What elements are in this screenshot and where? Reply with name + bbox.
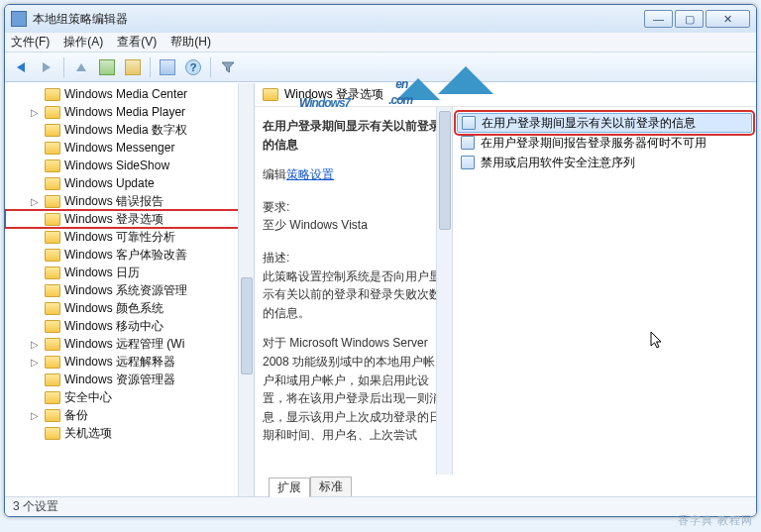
tree-item-label: Windows Media Center (64, 87, 187, 101)
requirement-value: 至少 Windows Vista (263, 216, 444, 235)
toolbar-separator (150, 57, 151, 77)
filter-button[interactable] (216, 55, 240, 79)
app-window: 本地组策略编辑器 — ▢ ✕ 文件(F) 操作(A) 查看(V) 帮助(H) ?… (4, 4, 757, 517)
folder-icon (45, 338, 60, 351)
tree-item[interactable]: Windows Update (5, 174, 254, 192)
description-text-2: 对于 Microsoft Windows Server 2008 功能级别域中的… (263, 334, 444, 445)
tree-item[interactable]: Windows Messenger (5, 139, 254, 157)
policy-item-label: 在用户登录期间报告登录服务器何时不可用 (481, 135, 707, 152)
folder-icon (45, 160, 60, 172)
tree-item[interactable]: Windows 系统资源管理 (5, 281, 254, 299)
policy-item[interactable]: 在用户登录期间报告登录服务器何时不可用 (457, 133, 752, 153)
show-hide-tree-button[interactable] (95, 55, 119, 79)
tree-item-label: Windows 远程解释器 (64, 354, 175, 371)
policy-item-label: 禁用或启用软件安全注意序列 (481, 155, 635, 171)
detail-pane: 在用户登录期间显示有关以前登录的信息 编辑策略设置 要求: 至少 Windows… (255, 107, 453, 475)
minimize-button[interactable]: — (644, 10, 673, 28)
tree-item-label: Windows 登录选项 (64, 211, 163, 228)
statusbar: 3 个设置 (5, 496, 756, 516)
detail-scrollbar[interactable] (436, 107, 452, 475)
policy-icon (461, 136, 475, 150)
tree-item[interactable]: Windows 客户体验改善 (5, 246, 254, 264)
description-text-1: 此策略设置控制系统是否向用户显示有关以前的登录和登录失败次数的信息。 (263, 267, 444, 323)
properties-icon (160, 59, 175, 75)
tree-item[interactable]: Windows SideShow (5, 157, 254, 174)
folder-icon (45, 231, 60, 244)
tree-item-label: Windows 颜色系统 (64, 300, 163, 317)
tree-item-label: Windows SideShow (64, 159, 169, 172)
menu-action[interactable]: 操作(A) (63, 34, 103, 51)
folder-icon (45, 284, 60, 297)
tree-item[interactable]: Windows Media Center (5, 85, 254, 103)
tree-item[interactable]: Windows 日历 (5, 264, 254, 281)
right-pane: Windows 登录选项 在用户登录期间显示有关以前登录的信息 编辑策略设置 要… (255, 83, 756, 496)
tree-item[interactable]: ▷Windows Media Player (5, 103, 254, 121)
back-button[interactable] (9, 55, 33, 79)
folder-icon (45, 356, 60, 369)
tree-item[interactable]: Windows 颜色系统 (5, 299, 254, 317)
menu-file[interactable]: 文件(F) (11, 34, 50, 51)
tree-item[interactable]: 安全中心 (5, 388, 254, 406)
help-button[interactable]: ? (181, 55, 205, 79)
tree-item-label: 备份 (64, 407, 88, 424)
menu-view[interactable]: 查看(V) (117, 34, 157, 51)
properties-button[interactable] (156, 55, 179, 79)
export-button[interactable] (121, 55, 145, 79)
up-button[interactable] (69, 55, 93, 79)
forward-button[interactable] (35, 55, 58, 79)
tree-scrollbar[interactable] (238, 83, 254, 496)
edit-policy-link[interactable]: 策略设置 (286, 167, 334, 181)
toolbar: ? (5, 53, 756, 82)
expand-icon[interactable]: ▷ (29, 196, 41, 207)
tree-item[interactable]: Windows 资源管理器 (5, 371, 254, 388)
tree-item[interactable]: ▷Windows 远程解释器 (5, 353, 254, 371)
folder-icon (45, 320, 60, 333)
path-bar: Windows 登录选项 (255, 83, 756, 107)
tree-icon (99, 59, 115, 75)
folder-icon (45, 213, 60, 226)
folder-icon (45, 88, 60, 101)
tree-item[interactable]: Windows Media 数字权 (5, 121, 254, 139)
folder-icon (45, 266, 60, 279)
expand-icon[interactable]: ▷ (29, 357, 41, 368)
forward-icon (43, 62, 51, 72)
tree-pane[interactable]: Windows Media Center▷Windows Media Playe… (5, 83, 255, 496)
detail-scrollbar-thumb[interactable] (439, 111, 451, 230)
main-split: 在用户登录期间显示有关以前登录的信息 编辑策略设置 要求: 至少 Windows… (255, 107, 756, 475)
tab-standard[interactable]: 标准 (310, 477, 352, 496)
tree-item-label: Windows Media Player (64, 105, 185, 119)
tree-item[interactable]: Windows 移动中心 (5, 317, 254, 335)
tree-item[interactable]: ▷备份 (5, 406, 254, 424)
policy-icon (462, 116, 476, 130)
policy-item[interactable]: 在用户登录期间显示有关以前登录的信息 (457, 113, 752, 133)
tree-item-label: Windows Update (64, 176, 155, 190)
policy-list[interactable]: 在用户登录期间显示有关以前登录的信息在用户登录期间报告登录服务器何时不可用禁用或… (453, 107, 756, 475)
tab-extended[interactable]: 扩展 (269, 478, 310, 497)
folder-icon (45, 302, 60, 315)
app-icon (11, 11, 27, 27)
tree-item[interactable]: Windows 可靠性分析 (5, 228, 254, 246)
folder-icon (45, 391, 60, 404)
detail-title: 在用户登录期间显示有关以前登录的信息 (263, 119, 441, 152)
tree-item[interactable]: Windows 登录选项 (5, 210, 254, 228)
toolbar-separator (210, 57, 211, 77)
expand-icon[interactable]: ▷ (29, 410, 41, 421)
expand-icon[interactable]: ▷ (29, 339, 41, 350)
tree-item[interactable]: 关机选项 (5, 424, 254, 442)
menu-help[interactable]: 帮助(H) (170, 34, 211, 51)
tree-item-label: Windows 移动中心 (64, 318, 163, 335)
maximize-button[interactable]: ▢ (675, 10, 704, 28)
menubar: 文件(F) 操作(A) 查看(V) 帮助(H) (5, 33, 756, 53)
folder-icon (45, 409, 60, 422)
folder-icon (45, 427, 60, 440)
policy-item[interactable]: 禁用或启用软件安全注意序列 (457, 153, 752, 172)
tree-item[interactable]: ▷Windows 错误报告 (5, 192, 254, 210)
tree-scrollbar-thumb[interactable] (241, 277, 253, 374)
titlebar[interactable]: 本地组策略编辑器 — ▢ ✕ (5, 5, 756, 33)
tree-item-label: Windows Media 数字权 (64, 122, 187, 139)
expand-icon[interactable]: ▷ (29, 107, 41, 118)
close-button[interactable]: ✕ (706, 10, 750, 28)
folder-icon (45, 106, 60, 119)
tree-item[interactable]: ▷Windows 远程管理 (Wi (5, 335, 254, 353)
tree-item-label: 安全中心 (64, 389, 112, 406)
